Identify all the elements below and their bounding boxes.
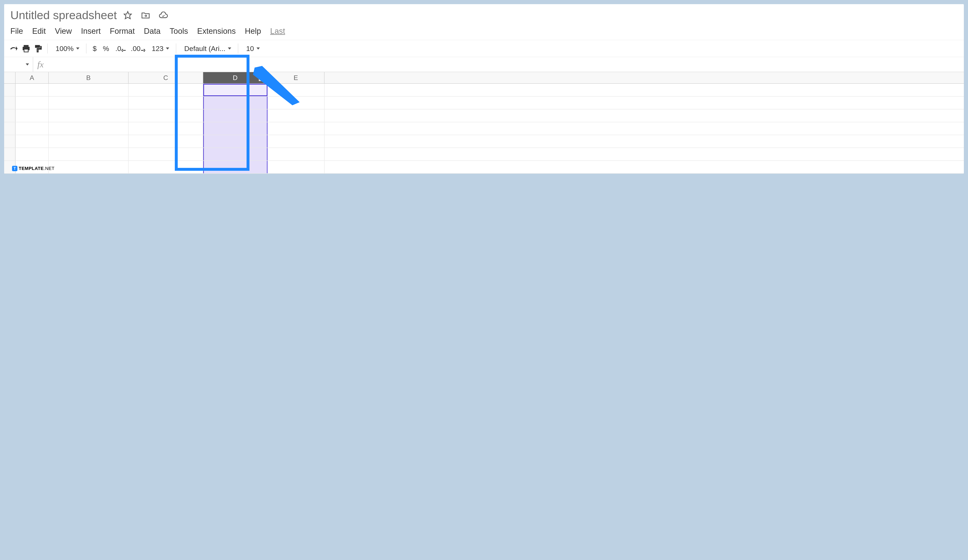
menu-format[interactable]: Format: [110, 27, 134, 36]
row: [4, 84, 964, 97]
cell[interactable]: [129, 122, 203, 135]
cell[interactable]: [15, 135, 49, 147]
print-icon[interactable]: [22, 45, 30, 53]
menu-insert[interactable]: Insert: [81, 27, 101, 36]
row-header[interactable]: [4, 135, 15, 147]
star-icon[interactable]: [123, 10, 133, 20]
zoom-selector[interactable]: 100%: [53, 45, 81, 53]
chevron-down-icon: [166, 48, 169, 50]
cell[interactable]: [49, 84, 129, 96]
menu-tools[interactable]: Tools: [170, 27, 188, 36]
menu-extensions[interactable]: Extensions: [197, 27, 236, 36]
column-header-c[interactable]: C: [129, 72, 203, 83]
cell[interactable]: [15, 122, 49, 135]
cell[interactable]: [15, 97, 49, 109]
menu-edit[interactable]: Edit: [32, 27, 46, 36]
title-icons: [123, 10, 168, 20]
row: [4, 97, 964, 109]
column-header-b[interactable]: B: [49, 72, 129, 83]
row-header[interactable]: [4, 122, 15, 135]
cell[interactable]: [129, 135, 203, 147]
decrease-decimal-button[interactable]: .0: [114, 45, 126, 53]
zoom-value: 100%: [54, 45, 75, 53]
svg-rect-4: [35, 45, 40, 48]
separator: [86, 43, 86, 53]
svg-marker-5: [253, 66, 300, 105]
cell[interactable]: [129, 109, 203, 122]
svg-rect-3: [24, 49, 28, 52]
menu-bar: File Edit View Insert Format Data Tools …: [4, 24, 964, 40]
currency-button[interactable]: $: [91, 45, 98, 53]
app-window: Untitled spreadsheet File Edit View Inse…: [4, 4, 964, 173]
increase-decimal-button[interactable]: .00: [129, 45, 145, 53]
chevron-down-icon: [26, 63, 29, 66]
row: [4, 161, 964, 173]
cell[interactable]: [15, 109, 49, 122]
watermark: T TEMPLATE.NET: [12, 166, 55, 171]
row: [4, 109, 964, 122]
cell[interactable]: [203, 109, 267, 122]
number-format-value: 123: [151, 45, 165, 53]
menu-last[interactable]: Last: [270, 27, 285, 36]
font-size-selector[interactable]: 10: [243, 45, 262, 53]
move-folder-icon[interactable]: [141, 10, 151, 20]
column-header-a[interactable]: A: [15, 72, 49, 83]
cell[interactable]: [129, 97, 203, 109]
percent-button[interactable]: %: [102, 45, 110, 53]
row: [4, 135, 964, 148]
number-format-selector[interactable]: 123: [149, 45, 171, 53]
cell[interactable]: [267, 135, 325, 147]
cell[interactable]: [267, 161, 325, 173]
cell[interactable]: [203, 148, 267, 160]
font-size-value: 10: [245, 45, 255, 53]
paint-format-icon[interactable]: [34, 45, 42, 53]
name-box[interactable]: [4, 57, 33, 72]
font-selector[interactable]: Default (Ari...: [181, 45, 233, 53]
document-title[interactable]: Untitled spreadsheet: [10, 8, 117, 22]
row-header[interactable]: [4, 97, 15, 109]
watermark-badge: T: [12, 166, 17, 171]
row: [4, 148, 964, 161]
cell[interactable]: [15, 84, 49, 96]
cell[interactable]: [49, 161, 129, 173]
redo-icon[interactable]: [10, 45, 18, 52]
cell[interactable]: [49, 97, 129, 109]
cell[interactable]: [203, 122, 267, 135]
svg-rect-1: [24, 45, 28, 46]
menu-help[interactable]: Help: [245, 27, 261, 36]
rows-container: [4, 84, 964, 173]
menu-view[interactable]: View: [55, 27, 72, 36]
separator: [176, 43, 176, 53]
cloud-status-icon[interactable]: [158, 10, 168, 20]
row-header[interactable]: [4, 148, 15, 160]
cell[interactable]: [129, 161, 203, 173]
cell[interactable]: [267, 148, 325, 160]
cell[interactable]: [49, 109, 129, 122]
toolbar: 100% $ % .0 .00 123 Default (Ari... 10: [4, 40, 964, 57]
formula-input[interactable]: [48, 57, 964, 72]
menu-file[interactable]: File: [10, 27, 23, 36]
cell[interactable]: [15, 148, 49, 160]
font-value: Default (Ari...: [183, 45, 227, 53]
cell[interactable]: [49, 148, 129, 160]
annotation-arrow: [253, 66, 301, 107]
row: [4, 122, 964, 135]
cell[interactable]: [203, 161, 267, 173]
svg-marker-0: [124, 12, 131, 19]
cell[interactable]: [49, 135, 129, 147]
row-header[interactable]: [4, 109, 15, 122]
menu-data[interactable]: Data: [144, 27, 161, 36]
cell[interactable]: [129, 84, 203, 96]
cell[interactable]: [49, 122, 129, 135]
row-header[interactable]: [4, 84, 15, 96]
select-all-corner[interactable]: [4, 72, 15, 83]
cell[interactable]: [129, 148, 203, 160]
cell[interactable]: [267, 122, 325, 135]
cell[interactable]: [267, 109, 325, 122]
fx-label: fx: [33, 59, 48, 69]
watermark-text: TEMPLATE.NET: [19, 166, 55, 171]
cell[interactable]: [203, 135, 267, 147]
column-headers: ABCDE: [4, 72, 964, 84]
formula-bar: fx: [4, 57, 964, 72]
separator: [47, 43, 48, 53]
